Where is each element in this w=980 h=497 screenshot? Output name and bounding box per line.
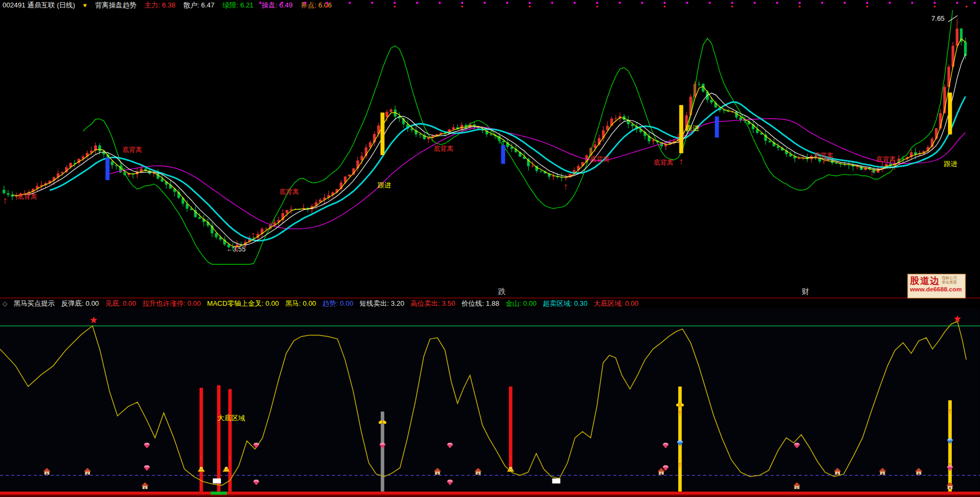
signal-dot <box>866 2 868 4</box>
signal-dot <box>394 6 396 8</box>
signal-dot <box>889 2 891 4</box>
signal-dot <box>664 6 666 8</box>
signal-bar <box>715 116 719 137</box>
main-indicator-name[interactable]: 背离操盘趋势 <box>95 1 136 10</box>
divergence-label: 底背离 <box>876 156 896 163</box>
watermark-badge: 股道边 指标公式量化资源 www.de6688.com <box>908 274 966 298</box>
watermark-tagline: 指标公式量化资源 <box>942 276 958 284</box>
signal-dot <box>461 6 463 8</box>
signal-dot <box>574 2 576 4</box>
sub-header-field: 见底: 0.00 <box>105 299 136 308</box>
sub-header-field: 拉升也许涨停: 0.00 <box>142 299 201 308</box>
signal-bar <box>679 105 683 153</box>
sub-header-field: 趋势: 0.00 <box>323 299 353 308</box>
follow-label: 跟进 <box>944 160 958 168</box>
sub-signal-bar <box>200 388 203 492</box>
stock-title: 002491 通鼎互联 (日线) <box>3 1 75 10</box>
sub-header-field: 黑马: 0.00 <box>285 299 316 308</box>
signal-dot <box>798 6 801 8</box>
sub-indicator-title[interactable]: 黑马买点提示 <box>13 299 54 308</box>
trading-terminal: 002491 通鼎互联 (日线) ♥ 背离操盘趋势 主力: 6.38散户: 6.… <box>0 0 980 497</box>
divergence-label: 底背离 <box>122 146 142 153</box>
divergence-label: 底背离 <box>654 159 673 166</box>
buy-arrow: ↑ <box>3 195 7 206</box>
signal-dot <box>416 2 418 4</box>
signal-bar <box>948 93 952 135</box>
signal-dot <box>596 6 598 8</box>
buy-arrow: ↑ <box>869 167 874 178</box>
sub-buy-arrow: ↑ <box>678 460 682 469</box>
sub-buy-arrow: ↑ <box>948 406 952 415</box>
sub-header-field: MACD零轴上金叉: 0.00 <box>207 299 279 308</box>
whitebox-icon <box>552 478 560 483</box>
signal-dot <box>641 2 644 4</box>
sub-header-field: 高位卖出: 3.50 <box>410 299 455 308</box>
signal-dot <box>866 6 868 8</box>
main-price-chart[interactable]: ↑↑↑↑↑底背离底背离底背离底背离底背离底背离底背离底背离跟进跟进跟进7.65←… <box>0 10 980 286</box>
signal-dot <box>349 2 351 4</box>
signal-dot <box>439 2 441 4</box>
signal-bar <box>105 158 110 180</box>
sub-indicator-chart[interactable]: 大底区域↑↑↑↑↑↑↑ <box>0 308 980 497</box>
high-price-label: 7.65 <box>931 14 944 22</box>
title-bar: 002491 通鼎互联 (日线) ♥ 背离操盘趋势 主力: 6.38散户: 6.… <box>0 0 980 10</box>
signal-dot <box>394 2 396 4</box>
signal-dot <box>506 2 508 4</box>
sub-buy-arrow: ↑ <box>508 453 513 462</box>
divergence-label: 底背离 <box>814 152 834 159</box>
sub-signal-bar <box>228 389 232 492</box>
sub-indicator-bar: ◇ 黑马买点提示 反弹底: 0.00见底: 0.00拉升也许涨停: 0.00MA… <box>0 298 980 308</box>
main-indicator-values: 主力: 6.38散户: 6.47绿障: 6.21操盘: 6.49界点: 6.06 <box>144 1 332 10</box>
signal-dot <box>798 2 801 4</box>
signal-dot <box>776 2 778 4</box>
signal-dot <box>596 2 598 4</box>
sub-signal-bar <box>217 385 221 492</box>
signal-dot <box>686 2 688 4</box>
signal-dot <box>731 6 734 8</box>
watermark-url: www.de6688.com <box>910 287 963 293</box>
header-field: 主力: 6.38 <box>144 1 175 10</box>
signal-dot <box>974 2 976 4</box>
divergence-label: 底背离 <box>279 188 299 195</box>
header-field: 操盘: 6.49 <box>262 1 293 10</box>
signal-dot <box>934 2 936 4</box>
header-field: 界点: 6.06 <box>301 1 332 10</box>
header-field: 绿障: 6.21 <box>223 1 253 10</box>
signal-dot <box>754 2 756 4</box>
divergence-label: 底背离 <box>18 193 37 200</box>
ticker-strip: 跌财 <box>0 285 980 297</box>
zone-label: 大底区域 <box>218 414 245 422</box>
signal-dot <box>529 6 531 8</box>
bottom-red-strip <box>0 492 980 495</box>
buy-arrow: ↑ <box>679 156 683 167</box>
signal-dot <box>911 2 913 4</box>
sub-buy-arrow: ↑ <box>199 453 203 462</box>
signal-dot <box>956 2 958 4</box>
signal-bar <box>501 145 505 164</box>
buy-arrow: ↑ <box>563 181 568 192</box>
buy-arrow: ↑ <box>251 230 256 240</box>
signal-dot <box>731 2 734 4</box>
header-field: 散户: 6.47 <box>184 1 215 10</box>
follow-label: 跟进 <box>686 124 699 132</box>
sub-header-field: 价位线: 1.88 <box>462 299 499 308</box>
sub-header-field: 短线卖出: 3.20 <box>359 299 404 308</box>
bottom-green-segment <box>211 492 227 495</box>
signal-dot <box>934 6 936 8</box>
signal-dot <box>966 6 968 8</box>
divergence-label: 底背离 <box>590 156 610 163</box>
sub-indicator-icon: ◇ <box>3 300 7 307</box>
indicator-heart-icon: ♥ <box>83 2 87 9</box>
signal-dot <box>484 2 486 4</box>
signal-dot <box>529 2 531 4</box>
sub-header-field: 反弹底: 0.00 <box>61 299 99 308</box>
whitebox-icon <box>213 478 221 483</box>
signal-bar <box>381 112 385 155</box>
signal-dot <box>551 2 554 4</box>
sub-signal-bar <box>678 387 682 492</box>
sub-header-field: 金山: 0.00 <box>506 299 537 308</box>
signal-dot <box>709 2 711 4</box>
sub-indicator-values: 反弹底: 0.00见底: 0.00拉升也许涨停: 0.00MACD零轴上金叉: … <box>61 299 639 308</box>
sub-header-field: 超卖区域: 0.30 <box>543 299 588 308</box>
signal-dot <box>619 2 621 4</box>
